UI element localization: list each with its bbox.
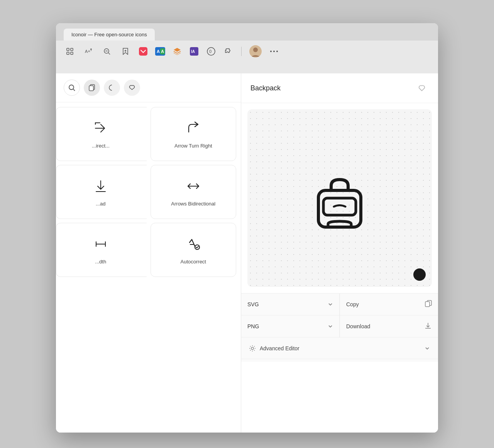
list-item[interactable]: Autocorrect [151,223,237,277]
bottom-strip [241,359,438,362]
svg-dropdown-chevron-icon [328,302,333,307]
svg-rect-2 [67,52,69,54]
arrow-turn-right-label: Arrow Turn Right [174,143,212,149]
toolbar-divider [241,47,242,56]
browser-toolbar: A A [56,41,438,62]
svg-rect-1 [71,48,73,51]
favorites-filter-button[interactable] [124,80,140,96]
svg-format-label: SVG [247,301,259,307]
copy-filter-button[interactable] [84,80,100,96]
svg-text:IA: IA [191,49,195,54]
font-resize-icon[interactable]: A A [82,45,95,58]
copy-label: Copy [346,301,359,307]
detail-title: Backpack [250,84,281,92]
puzzle-extension-icon[interactable] [223,46,233,57]
svg-format-select[interactable]: SVG [241,294,340,315]
active-tab[interactable]: Iconoir — Free open-source icons [64,29,155,41]
grid-icon[interactable] [64,45,76,58]
zero-extension-icon[interactable]: 0 [206,46,217,57]
partial-icon-label: ...irect... [92,143,110,149]
gear-icon [249,345,256,352]
svg-text:A: A [85,49,88,54]
svg-point-23 [270,51,272,52]
svg-point-22 [253,48,258,52]
svg-text:A: A [161,49,164,54]
png-action-row: PNG Download [241,315,438,337]
partial-icon-svg [92,120,109,137]
autocorrect-label: Autocorrect [181,259,206,265]
dark-mode-filter-button[interactable] [104,80,120,96]
advanced-editor-left: Advanced Editor [249,345,299,352]
svg-text:A: A [88,49,90,53]
browser-window: Iconoir — Free open-source icons A A [56,23,438,433]
main-content: ...irect... Arrow Turn Right [56,73,438,433]
more-options-button[interactable] [268,45,280,58]
partial-width-svg [92,236,109,253]
search-filter-bar [56,73,241,102]
svg-point-26 [69,85,74,90]
svg-line-27 [73,89,75,91]
browser-chrome: Iconoir — Free open-source icons A A [56,23,438,73]
png-dropdown-chevron-icon [328,324,333,329]
arrows-bidirectional-svg [185,178,202,195]
svg-action-row: SVG Copy [241,293,438,315]
svg-rect-29 [89,86,93,91]
arrow-turn-right-svg [185,120,202,137]
list-item[interactable]: ...irect... [56,107,147,161]
translate-extension-icon[interactable]: A A [155,46,166,57]
pocket-extension-icon[interactable] [138,46,149,57]
png-format-select[interactable]: PNG [241,316,340,337]
autocorrect-svg [185,236,202,253]
partial-download-svg [92,178,109,195]
arrows-bidirectional-label: Arrows Bidirectional [171,201,215,207]
ia-extension-icon[interactable]: IA [189,46,200,57]
svg-point-25 [276,51,278,52]
right-panel: Backpack [241,73,438,433]
list-item[interactable]: ...dth [56,223,147,277]
partial-width-label: ...dth [95,259,106,265]
download-icon [424,322,432,331]
favorite-button[interactable] [415,81,429,95]
copy-button[interactable]: Copy [340,294,438,315]
left-panel: ...irect... Arrow Turn Right [56,73,241,433]
advanced-editor-label: Advanced Editor [260,345,299,351]
color-picker-dot[interactable] [413,268,426,281]
svg-text:A: A [157,49,160,54]
png-format-label: PNG [247,323,259,329]
avatar[interactable] [249,45,262,58]
layers-extension-icon[interactable] [172,46,183,57]
svg-point-35 [251,347,254,350]
svg-rect-12 [139,47,147,56]
icon-preview-area [247,109,432,287]
advanced-editor-row[interactable]: Advanced Editor [241,337,438,359]
svg-point-24 [273,51,275,52]
svg-rect-3 [71,52,73,54]
search-button[interactable] [64,80,80,96]
list-item[interactable]: Arrow Turn Right [151,107,237,161]
detail-header: Backpack [241,73,438,103]
download-label: Download [346,323,370,329]
zoom-icon[interactable] [101,45,113,58]
partial-download-label: ...ad [96,201,105,207]
svg-rect-34 [425,302,430,307]
svg-rect-32 [323,198,356,215]
advanced-editor-chevron-icon [424,345,430,351]
icon-grid: ...irect... Arrow Turn Right [56,102,241,433]
svg-line-7 [108,53,110,54]
bookmark-add-icon[interactable] [119,45,132,58]
tab-bar: Iconoir — Free open-source icons [56,23,438,41]
copy-icon [425,300,432,309]
svg-text:0: 0 [209,49,211,54]
download-button[interactable]: Download [340,316,438,337]
svg-rect-0 [67,48,69,51]
list-item[interactable]: ...ad [56,165,147,219]
backpack-preview-icon [301,160,378,237]
list-item[interactable]: Arrows Bidirectional [151,165,237,219]
